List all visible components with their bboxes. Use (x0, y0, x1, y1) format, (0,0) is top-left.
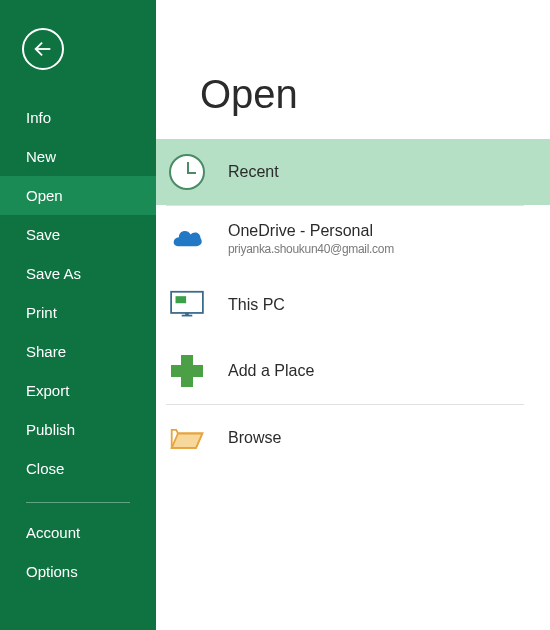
recent-icon (168, 153, 206, 191)
page-title: Open (156, 72, 550, 117)
sidebar-item-account[interactable]: Account (0, 513, 156, 552)
folder-open-icon (168, 419, 206, 457)
location-sublabel: priyanka.shoukun40@gmail.com (228, 242, 394, 256)
sidebar-item-publish[interactable]: Publish (0, 410, 156, 449)
sidebar-item-label: Options (26, 563, 78, 580)
location-onedrive[interactable]: OneDrive - Personal priyanka.shoukun40@g… (156, 206, 550, 272)
sidebar-item-label: Save As (26, 265, 81, 282)
sidebar-item-label: Info (26, 109, 51, 126)
sidebar-item-label: Print (26, 304, 57, 321)
back-button[interactable] (22, 28, 64, 70)
sidebar-item-label: Export (26, 382, 69, 399)
sidebar-item-info[interactable]: Info (0, 98, 156, 137)
sidebar-divider (26, 502, 130, 503)
sidebar-item-print[interactable]: Print (0, 293, 156, 332)
sidebar-item-label: New (26, 148, 56, 165)
sidebar-item-export[interactable]: Export (0, 371, 156, 410)
sidebar-item-label: Close (26, 460, 64, 477)
sidebar-item-share[interactable]: Share (0, 332, 156, 371)
sidebar-item-open[interactable]: Open (0, 176, 156, 215)
sidebar-item-label: Publish (26, 421, 75, 438)
location-recent[interactable]: Recent (156, 139, 550, 205)
location-list: Recent OneDrive - Personal priyanka.shou… (156, 139, 550, 471)
location-label: OneDrive - Personal (228, 222, 394, 240)
plus-icon (168, 352, 206, 390)
location-label: This PC (228, 296, 285, 314)
sidebar-item-new[interactable]: New (0, 137, 156, 176)
svg-rect-2 (176, 296, 187, 303)
backstage-sidebar: Info New Open Save Save As Print Share E… (0, 0, 156, 630)
sidebar-item-label: Share (26, 343, 66, 360)
location-label: Browse (228, 429, 281, 447)
monitor-icon (168, 286, 206, 324)
sidebar-item-close[interactable]: Close (0, 449, 156, 488)
location-browse[interactable]: Browse (156, 405, 550, 471)
sidebar-item-label: Open (26, 187, 63, 204)
location-label: Add a Place (228, 362, 314, 380)
sidebar-item-save-as[interactable]: Save As (0, 254, 156, 293)
cloud-icon (168, 220, 206, 258)
sidebar-item-options[interactable]: Options (0, 552, 156, 591)
sidebar-item-label: Account (26, 524, 80, 541)
sidebar-item-save[interactable]: Save (0, 215, 156, 254)
location-label: Recent (228, 163, 279, 181)
back-arrow-icon (32, 38, 54, 60)
svg-rect-4 (185, 313, 189, 316)
location-this-pc[interactable]: This PC (156, 272, 550, 338)
main-panel: Open Recent OneDrive - Personal priyanka… (156, 0, 550, 630)
sidebar-item-label: Save (26, 226, 60, 243)
location-add-place[interactable]: Add a Place (156, 338, 550, 404)
